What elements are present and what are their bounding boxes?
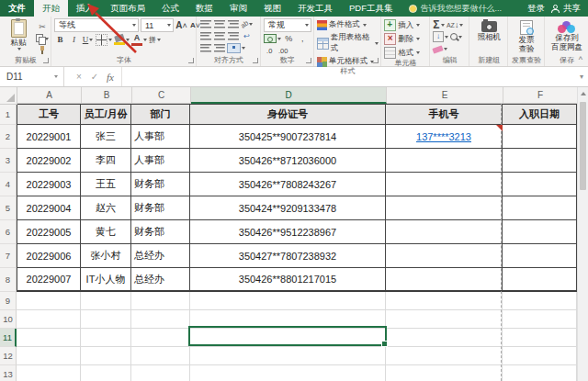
cell-A11[interactable] — [17, 329, 81, 347]
camera-button[interactable]: 照相机 — [473, 18, 504, 42]
row-header-3[interactable]: 3 — [0, 149, 17, 173]
fill-icon[interactable]: ↓ — [433, 31, 448, 42]
font-name-combo[interactable]: 等线 — [54, 18, 139, 32]
clipboard-dialog-launcher-icon[interactable] — [43, 58, 49, 63]
column-header-B[interactable]: B — [82, 87, 132, 104]
cell-F6[interactable] — [503, 220, 577, 244]
find-select-icon[interactable] — [450, 31, 462, 42]
cell-E8[interactable] — [386, 268, 503, 292]
style-button[interactable]: 单元格样式 — [317, 56, 375, 67]
tab-视图[interactable]: 视图 — [255, 0, 289, 17]
cell-A12[interactable] — [17, 347, 81, 365]
number-dialog-launcher-icon[interactable] — [306, 58, 311, 63]
sort-filter-icon[interactable]: AZ↓ — [447, 19, 463, 30]
cell-B8[interactable]: IT小人物 — [81, 268, 131, 292]
accounting-format-icon[interactable] — [264, 33, 281, 44]
tell-me-search[interactable]: 告诉我您想要做什么... — [401, 0, 510, 17]
cells-button[interactable]: 插入 — [384, 19, 420, 31]
font-color-button[interactable]: A — [131, 34, 147, 45]
phonetic-guide-button[interactable]: 拼 — [149, 34, 161, 45]
align-middle-icon[interactable] — [213, 18, 225, 29]
cell-A4[interactable]: 20229003 — [17, 173, 81, 196]
cell-A1[interactable]: 工号 — [17, 104, 81, 125]
name-box-dropdown-icon[interactable] — [54, 75, 58, 78]
increase-indent-icon[interactable] — [213, 42, 225, 53]
align-right-icon[interactable] — [227, 30, 239, 41]
scrollbar-thumb[interactable] — [580, 102, 586, 190]
cell-D11[interactable] — [190, 329, 386, 347]
cell-E11[interactable] — [386, 329, 503, 347]
formula-bar-expand-icon[interactable]: ▾ — [575, 67, 588, 86]
format-painter-icon[interactable] — [36, 45, 49, 56]
row-header-10[interactable]: 10 — [0, 310, 17, 329]
copy-icon[interactable] — [36, 33, 49, 44]
row-header-12[interactable]: 12 — [0, 347, 17, 365]
cell-E10[interactable] — [386, 310, 503, 329]
decrease-decimal-icon[interactable]: .00 — [277, 45, 289, 56]
cell-E13[interactable] — [386, 365, 503, 381]
row-header-1[interactable]: 1 — [0, 104, 17, 125]
cell-D2[interactable]: 350425**9007237814 — [190, 125, 386, 149]
row-header-2[interactable]: 2 — [0, 125, 17, 149]
cell-A6[interactable]: 20229005 — [17, 220, 81, 244]
cell-A8[interactable]: 20229007 — [17, 268, 81, 292]
column-header-E[interactable]: E — [387, 87, 503, 104]
vertical-scrollbar[interactable] — [577, 87, 588, 381]
autosum-icon[interactable]: Σ — [433, 19, 445, 30]
cell-A10[interactable] — [17, 310, 81, 329]
cell-D12[interactable] — [190, 347, 386, 365]
cell-F4[interactable] — [503, 173, 577, 196]
cell-B2[interactable]: 张三 — [81, 125, 131, 149]
enter-icon[interactable]: ✓ — [87, 72, 102, 82]
cell-C4[interactable]: 财务部 — [131, 173, 190, 196]
tab-开发工具[interactable]: 开发工具 — [289, 0, 341, 17]
cell-F12[interactable] — [503, 347, 577, 365]
cell-F2[interactable] — [503, 125, 577, 149]
merge-center-icon[interactable] — [227, 42, 245, 53]
cell-F9[interactable] — [503, 292, 577, 310]
cell-B9[interactable] — [81, 292, 131, 310]
row-header-7[interactable]: 7 — [0, 244, 17, 268]
share-button[interactable]: 共享 — [563, 3, 581, 15]
cell-D1[interactable]: 身份证号 — [190, 104, 386, 125]
save-to-baidu-button[interactable]: 保存到 百度网盘 — [548, 18, 586, 52]
borders-button[interactable] — [96, 34, 112, 45]
cell-D7[interactable]: 350427**7807238932 — [190, 244, 386, 268]
bold-button[interactable]: B — [54, 34, 66, 45]
styles-dialog-launcher-icon[interactable] — [373, 58, 379, 63]
row-header-13[interactable]: 13 — [0, 365, 17, 381]
column-header-D[interactable]: D — [191, 87, 387, 104]
cell-C5[interactable]: 财务部 — [131, 196, 190, 220]
cell-C2[interactable]: 人事部 — [131, 125, 190, 149]
scroll-up-icon[interactable] — [578, 87, 588, 100]
cell-C6[interactable]: 财务部 — [131, 220, 190, 244]
cell-E3[interactable] — [386, 149, 503, 173]
cell-C13[interactable] — [131, 365, 190, 381]
cell-E5[interactable] — [386, 196, 503, 220]
underline-button[interactable]: U — [82, 34, 94, 45]
cut-icon[interactable]: ✂ — [36, 21, 49, 32]
cells-button[interactable]: 删除 — [384, 33, 420, 45]
tab-file[interactable]: 文件 — [0, 0, 34, 17]
cell-E1[interactable]: 手机号 — [386, 104, 503, 125]
cell-A2[interactable]: 20229001 — [17, 125, 81, 149]
cell-D13[interactable] — [190, 365, 386, 381]
increase-decimal-icon[interactable]: .0 — [264, 45, 276, 56]
row-header-8[interactable]: 8 — [0, 268, 17, 292]
cell-F8[interactable] — [503, 268, 577, 292]
row-header-11[interactable]: 11 — [0, 329, 17, 347]
cell-D5[interactable]: 350424**9209133478 — [190, 196, 386, 220]
insert-function-icon[interactable]: fx — [103, 72, 118, 83]
cell-D9[interactable] — [190, 292, 386, 310]
cell-C9[interactable] — [131, 292, 190, 310]
orientation-icon[interactable]: ab — [241, 18, 253, 29]
grow-font-button[interactable]: A˄ — [175, 20, 187, 31]
name-box[interactable]: D11 — [0, 67, 64, 86]
align-center-icon[interactable] — [213, 30, 225, 41]
cell-C1[interactable]: 部门 — [131, 104, 190, 125]
cell-B6[interactable]: 黄七 — [81, 220, 131, 244]
tab-插入[interactable]: 插入 — [68, 0, 102, 17]
row-header-6[interactable]: 6 — [0, 220, 17, 244]
cell-F3[interactable] — [503, 149, 577, 173]
fill-color-button[interactable] — [114, 34, 130, 45]
